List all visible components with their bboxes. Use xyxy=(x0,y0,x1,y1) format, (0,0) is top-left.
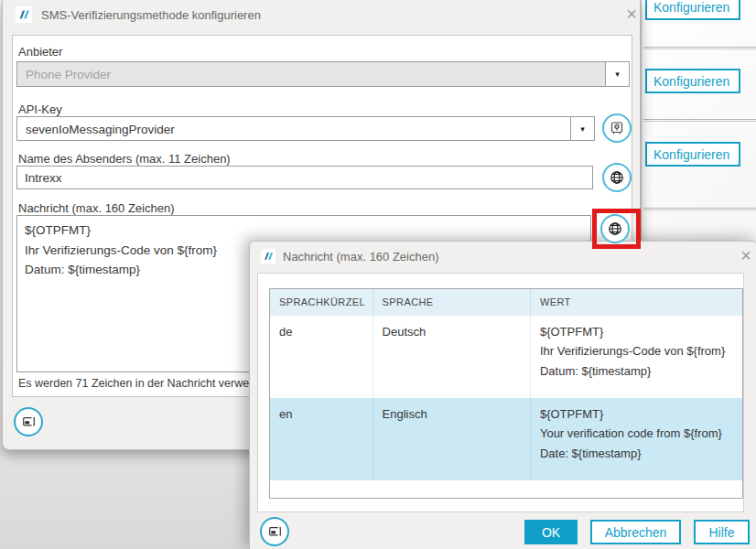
safe-icon xyxy=(610,121,624,135)
cell-language-name: Deutsch xyxy=(373,316,531,398)
sender-input[interactable] xyxy=(16,166,593,189)
table-header-row: SPRACHKÜRZEL SPRACHE WERT xyxy=(270,289,742,316)
anbieter-select: Phone Provider ▾ xyxy=(16,61,630,87)
konfigurieren-button-3[interactable]: Konfigurieren xyxy=(645,142,740,167)
char-count-note: Es werden 71 Zeichen in der Nachricht ve… xyxy=(18,377,272,390)
cell-language-name: Englisch xyxy=(373,398,531,480)
message-languages-dialog: Nachricht (max. 160 Zeichen) × SPRACHKÜR… xyxy=(249,241,756,549)
panel-divider xyxy=(643,208,756,210)
cell-language-code: en xyxy=(270,398,373,480)
sender-localize-button[interactable] xyxy=(602,163,632,192)
app-logo-icon xyxy=(261,249,275,264)
sender-label: Name des Absenders (max. 11 Zeichen) xyxy=(18,152,231,166)
api-key-label: API-Key xyxy=(18,102,62,116)
column-header-sprachkuerzel: SPRACHKÜRZEL xyxy=(270,289,373,316)
message-label: Nachricht (max. 160 Zeichen) xyxy=(18,201,175,215)
anbieter-value: Phone Provider xyxy=(26,68,111,81)
column-header-sprache: SPRACHE xyxy=(373,289,531,316)
window-icon xyxy=(267,524,282,539)
dialog-title: Nachricht (max. 160 Zeichen) xyxy=(283,250,439,264)
window-icon xyxy=(21,414,36,429)
cancel-button[interactable]: Abbrechen xyxy=(590,520,681,544)
konfigurieren-button-2[interactable]: Konfigurieren xyxy=(645,69,740,93)
message-localize-button[interactable] xyxy=(600,214,630,243)
panel-divider xyxy=(643,47,756,49)
dialog-titlebar[interactable]: Nachricht (max. 160 Zeichen) × xyxy=(250,242,756,271)
background-config-panel: Konfigurieren Konfigurieren Konfiguriere… xyxy=(641,0,756,243)
konfigurieren-button-1[interactable]: Konfigurieren xyxy=(645,0,740,20)
table-row-en[interactable]: en Englisch ${OTPFMT} Your verification … xyxy=(270,398,742,480)
table-filler-row xyxy=(270,480,742,498)
detach-dialog-button[interactable] xyxy=(14,407,43,436)
anbieter-label: Anbieter xyxy=(18,45,62,59)
cell-language-value: ${OTPFMT} Ihr Verifizierungs-Code von ${… xyxy=(531,316,742,398)
app-logo-icon xyxy=(16,6,32,23)
table-row-de[interactable]: de Deutsch ${OTPFMT} Ihr Verifizierungs-… xyxy=(270,316,742,398)
languages-content: SPRACHKÜRZEL SPRACHE WERT de Deutsch ${O… xyxy=(257,273,744,512)
chevron-down-icon[interactable]: ▾ xyxy=(570,117,594,140)
api-key-safe-button[interactable] xyxy=(602,113,632,143)
globe-icon xyxy=(608,221,622,236)
ok-button[interactable]: OK xyxy=(524,520,578,544)
cell-language-value: ${OTPFMT} Your verification code from ${… xyxy=(531,398,742,480)
api-key-value: sevenIoMessagingProvider xyxy=(26,122,175,135)
api-key-select[interactable]: sevenIoMessagingProvider ▾ xyxy=(16,116,595,141)
cell-language-code: de xyxy=(270,316,373,398)
panel-divider xyxy=(643,119,756,122)
dialog-title: SMS-Verifizierungsmethode konfigurieren xyxy=(41,8,261,22)
languages-table: SPRACHKÜRZEL SPRACHE WERT de Deutsch ${O… xyxy=(269,288,743,499)
close-icon[interactable]: × xyxy=(621,3,642,25)
dialog-titlebar[interactable]: SMS-Verifizierungsmethode konfigurieren … xyxy=(3,0,640,29)
globe-icon xyxy=(610,170,624,185)
help-button[interactable]: Hilfe xyxy=(694,520,750,544)
detach-dialog-button[interactable] xyxy=(260,517,289,546)
column-header-wert: WERT xyxy=(531,289,742,316)
close-icon[interactable]: × xyxy=(736,244,756,266)
chevron-down-icon[interactable]: ▾ xyxy=(605,62,629,86)
